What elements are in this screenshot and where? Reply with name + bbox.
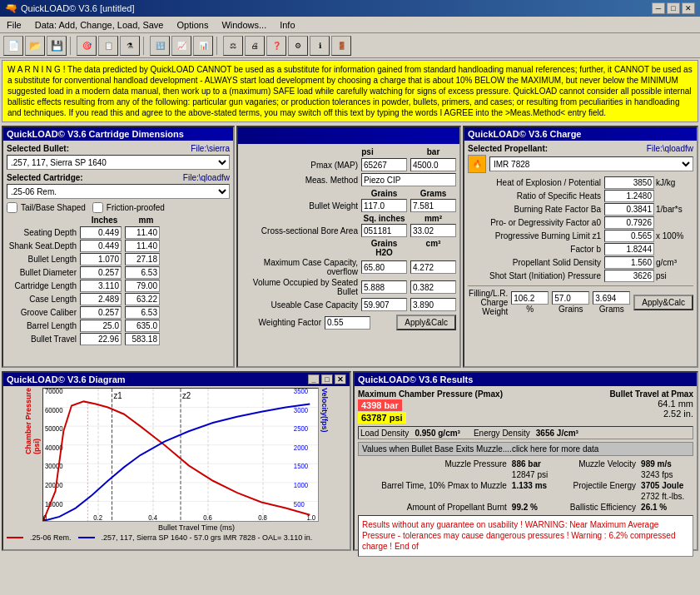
list-item: Cartridge Length: [7, 280, 230, 292]
warning-text: W A R N I N G ! The data predicted by Qu…: [7, 65, 693, 117]
bullet-weight-grains[interactable]: [361, 199, 407, 212]
bore-sq-inches[interactable]: [361, 224, 407, 237]
filling-grains-input[interactable]: [552, 291, 589, 305]
list-item: Heat of Explosion / Potential kJ/kg: [468, 176, 693, 189]
cartridge-panel-title: QuickLOAD© V3.6 Cartridge Dimensions: [3, 127, 233, 141]
menu-windows[interactable]: Windows...: [218, 19, 270, 31]
pmax-bar-input[interactable]: [410, 158, 456, 171]
svg-text:0.4: 0.4: [148, 514, 157, 521]
list-item: Seating Depth: [7, 226, 230, 239]
list-item: Factor b: [468, 243, 693, 255]
toolbar-help[interactable]: ❓: [266, 36, 286, 56]
psi-header: psi: [345, 147, 390, 156]
friction-check[interactable]: Friction-proofed: [92, 202, 165, 213]
velocity-label: Velocity(fps): [320, 388, 329, 433]
bullet-weight-grams[interactable]: [410, 199, 456, 212]
menu-info[interactable]: Info: [276, 19, 298, 31]
apply-calc-charge-button[interactable]: Apply&Calc: [633, 295, 693, 310]
filling-percent-input[interactable]: [511, 291, 549, 305]
weighting-row: Weighting Factor: [241, 316, 370, 330]
diagram-close[interactable]: ✕: [335, 374, 346, 384]
toolbar-exit[interactable]: 🚪: [331, 36, 351, 56]
menu-options[interactable]: Options: [173, 19, 211, 31]
toolbar-settings[interactable]: ⚙: [288, 36, 308, 56]
svg-text:1500: 1500: [294, 463, 309, 470]
cartridge-data-rows: Seating Depth Shank Seat.Depth Bullet Le…: [7, 226, 230, 345]
toolbar-powder[interactable]: ⚗: [120, 36, 140, 56]
filling-grams-input[interactable]: [593, 291, 630, 305]
cartridge-panel: QuickLOAD© V3.6 Cartridge Dimensions Sel…: [2, 126, 235, 368]
barrel-time-row: Barrel Time, 10% Pmax to Muzzle 1.133 ms…: [358, 480, 693, 491]
list-item: Bullet Length: [7, 253, 230, 265]
useable-capacity-row: Useable Case Capacity: [241, 298, 456, 311]
toolbar-calc[interactable]: 🔢: [150, 36, 170, 56]
menu-file[interactable]: File: [3, 19, 25, 31]
grains-unit: Grains: [552, 305, 589, 314]
pmax-psi-input[interactable]: [361, 158, 407, 171]
toolbar-open[interactable]: 📂: [25, 36, 45, 56]
bullet-select[interactable]: .257, 117, Sierra SP 1640: [7, 155, 230, 170]
minimize-button[interactable]: ─: [652, 2, 665, 14]
svg-text:0.8: 0.8: [258, 514, 267, 521]
toolbar-cartridge[interactable]: 📋: [98, 36, 118, 56]
amount-burnt-value: 99.2 %: [510, 502, 556, 513]
weighting-input[interactable]: [325, 316, 370, 330]
chart-svg: z1 z2 70000 60000 50000 40000 30000 2000…: [43, 389, 318, 521]
diagram-maximize[interactable]: □: [321, 374, 333, 384]
results-table: Muzzle Pressure 886 bar Muzzle Velocity …: [358, 459, 693, 513]
toolbar-info[interactable]: ℹ: [310, 36, 330, 56]
max-pressure-label: Maximum Chamber Pressure (Pmax): [358, 389, 503, 399]
max-pressure-section: Maximum Chamber Pressure (Pmax) 4398 bar…: [358, 389, 503, 424]
close-button[interactable]: ✕: [682, 2, 695, 14]
toolbar-graph[interactable]: 📈: [171, 36, 191, 56]
bullet-travel-label: Bullet Travel at Pmax: [609, 389, 693, 399]
propellant-select[interactable]: IMR 7828: [489, 156, 693, 171]
meas-method-input[interactable]: [361, 173, 456, 186]
toolbar-table[interactable]: 📊: [193, 36, 213, 56]
diagram-controls[interactable]: _ □ ✕: [308, 374, 346, 384]
menu-data[interactable]: Data: Add, Change, Load, Save: [32, 19, 167, 31]
cartridge-file-label: File:\qloadfw: [183, 173, 230, 182]
apply-calc-middle-button[interactable]: Apply&Calc: [396, 315, 456, 330]
muzzle-velocity-ms: 989 m/s: [639, 459, 693, 469]
useable-val1[interactable]: [361, 298, 407, 311]
charge-panel: QuickLOAD© V3.6 Charge Selected Propella…: [463, 126, 698, 368]
warning-box: W A R N I N G ! The data predicted by Qu…: [2, 60, 698, 122]
diagram-minimize[interactable]: _: [308, 374, 320, 384]
toolbar-sep-1: [70, 37, 73, 55]
results-panel-title: QuickLOAD© V3.6 Results: [355, 373, 697, 386]
toolbar-save[interactable]: 💾: [47, 36, 67, 56]
volume-val2[interactable]: [410, 280, 456, 294]
load-density: Load Density 0.950 g/cm³: [360, 428, 460, 438]
toolbar-new[interactable]: 📄: [3, 36, 23, 56]
list-item: Burning Rate Factor Ba 1/bar*s: [468, 203, 693, 216]
window-controls[interactable]: ─ □ ✕: [652, 2, 695, 14]
toolbar-bullet[interactable]: 🎯: [77, 36, 97, 56]
toolbar-print[interactable]: 🖨: [245, 36, 265, 56]
case-capacity-cc[interactable]: [410, 260, 456, 274]
tail-base-check[interactable]: Tail/Base Shaped: [7, 202, 86, 213]
toolbar-sep-2: [143, 37, 146, 55]
cartridge-select[interactable]: .25-06 Rem.: [7, 184, 230, 199]
pmax-row: Pmax (MAP): [241, 158, 456, 171]
y-axis-label: Chamber Pressure(psi): [24, 388, 41, 454]
charge-data-rows: Heat of Explosion / Potential kJ/kg Rati…: [468, 176, 693, 282]
projectile-energy-ftlbs: 2732 ft.-lbs.: [639, 491, 693, 502]
ballistic-eff-label: Ballistic Efficiency: [555, 502, 639, 513]
volume-row: Volume Occupied by Seated Bullet: [241, 278, 456, 296]
bore-sq-mm[interactable]: [410, 224, 456, 237]
cartridge-label: Selected Cartridge:: [7, 173, 83, 182]
energy-density: Energy Density 3656 J/cm³: [474, 428, 578, 438]
bullet-base-note[interactable]: Values when Bullet Base Exits Muzzle....…: [358, 442, 693, 456]
bullet-file-label: File:\sierra: [191, 144, 230, 153]
case-capacity-grains[interactable]: [361, 260, 407, 274]
diagram-title: QuickLOAD© V3.6 Diagram _ □ ✕: [3, 373, 350, 386]
pressure-bar-value: 4398 bar: [358, 399, 402, 411]
volume-val1[interactable]: [361, 280, 407, 294]
toolbar-compare[interactable]: ⚖: [223, 36, 243, 56]
percent-unit: %: [511, 305, 549, 314]
maximize-button[interactable]: □: [667, 2, 680, 14]
list-item: Shot Start (Initiation) Pressure psi: [468, 270, 693, 282]
useable-val2[interactable]: [410, 298, 456, 311]
svg-text:z1: z1: [113, 391, 122, 400]
